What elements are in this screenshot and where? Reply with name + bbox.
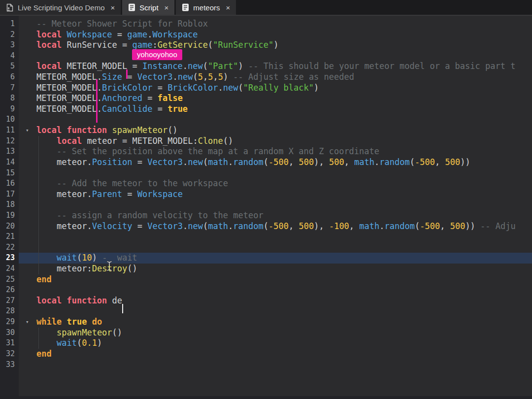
code-line-6[interactable]: 6METEOR_MODEL.Size = Vector3.new(5,5,5) … — [0, 72, 532, 83]
code-line-8[interactable]: 8METEOR_MODEL.Anchored = false — [0, 93, 532, 104]
code-token: "RunService" — [213, 40, 273, 50]
code-line-18[interactable]: 18 — [0, 200, 532, 210]
tab-live-scripting-video-demo[interactable]: Live Scripting Video Demo × — [0, 0, 121, 15]
code-line-1[interactable]: 1-- Meteor Shower Script for Roblox — [0, 19, 532, 30]
code-token: ) — [97, 338, 102, 348]
code-line-4[interactable]: 4 — [0, 51, 532, 62]
code-line-2[interactable]: 2local Workspace = game.Workspace — [0, 30, 532, 40]
fold-column — [19, 114, 36, 125]
code-token: CanCollide — [102, 104, 152, 114]
code-token: ) — [223, 72, 228, 82]
code-token: ( — [203, 61, 208, 71]
code-line-31[interactable]: 31wait(0.1) — [0, 338, 532, 349]
code-token: = — [133, 221, 148, 231]
code-token: wait — [57, 253, 77, 263]
code-token: -- assign a random velocity to the meteo… — [57, 210, 264, 220]
collaborator-name-label: yohooyohoo — [132, 49, 182, 60]
code-line-12[interactable]: 12local meteor = METEOR_MODEL:Clone() — [0, 136, 532, 147]
close-icon[interactable]: × — [165, 3, 169, 12]
code-token: , — [203, 72, 208, 82]
code-line-16[interactable]: 16-- Add the meteor to the workspace — [0, 178, 532, 189]
code-line-3[interactable]: 3local RunService = game:GetService("Run… — [0, 40, 532, 51]
fold-column — [19, 30, 36, 40]
code-line-13[interactable]: 13-- Set the position above the map at a… — [0, 146, 532, 157]
code-text: METEOR_MODEL.Anchored = false — [36, 93, 532, 104]
code-text: wait(10) - wait — [36, 253, 532, 264]
code-line-25[interactable]: 25end — [0, 274, 532, 285]
code-text — [36, 51, 532, 62]
line-number: 9 — [0, 104, 19, 115]
code-text — [36, 232, 532, 242]
code-token: . — [97, 83, 102, 93]
line-number: 29 — [0, 317, 19, 328]
fold-arrow-icon[interactable]: ▾ — [19, 317, 36, 328]
code-line-19[interactable]: 19-- assign a random velocity to the met… — [0, 210, 532, 221]
code-token: )) — [460, 157, 470, 167]
code-token: -500 — [268, 157, 289, 167]
code-token: local — [36, 40, 66, 50]
tab-meteors[interactable]: meteors × — [176, 0, 236, 15]
code-line-30[interactable]: 30spawnMeteor() — [0, 328, 532, 338]
code-line-17[interactable]: 17meteor.Parent = Workspace — [0, 189, 532, 200]
fold-column — [19, 306, 36, 317]
code-line-29[interactable]: 29▾while true do — [0, 317, 532, 328]
code-line-21[interactable]: 21 — [0, 232, 532, 242]
line-number: 28 — [0, 306, 19, 317]
code-token: local function — [36, 296, 112, 305]
code-token: "Part" — [208, 61, 238, 71]
fold-arrow-icon[interactable]: ▾ — [19, 125, 36, 136]
code-token: math — [208, 157, 228, 167]
close-icon[interactable]: × — [226, 3, 231, 12]
script-editor[interactable]: 1-- Meteor Shower Script for Roblox2loca… — [0, 16, 532, 399]
line-number: 5 — [0, 61, 19, 72]
code-line-10[interactable]: 10 — [0, 114, 532, 125]
code-line-5[interactable]: 5local METEOR_MODEL = Instance.new("Part… — [0, 61, 532, 72]
code-token: Destroy — [92, 264, 128, 273]
code-line-28[interactable]: 28 — [0, 306, 532, 317]
horizontal-scrollbar-track[interactable] — [0, 396, 532, 399]
code-token: random — [233, 157, 263, 167]
fold-column — [19, 83, 36, 94]
code-token: , — [289, 221, 299, 231]
close-icon[interactable]: × — [110, 3, 115, 12]
line-number: 16 — [0, 178, 19, 189]
code-line-11[interactable]: 11▾local function spawnMeteor() — [0, 125, 532, 136]
code-line-24[interactable]: 24meteor:Destroy() — [0, 264, 532, 274]
code-line-27[interactable]: 27local function de — [0, 296, 532, 306]
code-token: false — [158, 93, 183, 103]
code-line-26[interactable]: 26 — [0, 285, 532, 296]
code-line-33[interactable]: 33 — [0, 360, 532, 370]
code-text: meteor.Velocity = Vector3.new(math.rando… — [36, 221, 532, 232]
line-number: 17 — [0, 189, 19, 200]
code-text: while true do — [36, 317, 532, 328]
tab-script[interactable]: Script × — [122, 0, 174, 15]
code-line-9[interactable]: 9METEOR_MODEL.CanCollide = true — [0, 104, 532, 115]
code-line-15[interactable]: 15 — [0, 168, 532, 179]
code-token: BrickColor — [167, 83, 218, 93]
code-token: -500 — [268, 221, 289, 231]
code-line-23[interactable]: 23wait(10) - wait — [0, 253, 532, 264]
code-token: -100 — [329, 221, 349, 231]
code-line-32[interactable]: 32end — [0, 349, 532, 360]
indent-guide — [38, 168, 39, 179]
code-token: BrickColor — [102, 83, 152, 93]
code-line-20[interactable]: 20meteor.Velocity = Vector3.new(math.ran… — [0, 221, 532, 232]
code-token: , — [344, 157, 354, 167]
code-token: Position — [92, 157, 133, 167]
code-token: ), — [314, 221, 329, 231]
code-line-14[interactable]: 14meteor.Position = Vector3.new(math.ran… — [0, 157, 532, 168]
code-token: local — [36, 30, 66, 39]
code-token: = — [142, 93, 158, 103]
code-token: - — [97, 253, 107, 263]
code-line-7[interactable]: 7METEOR_MODEL.BrickColor = BrickColor.ne… — [0, 83, 532, 94]
code-token: local — [36, 61, 66, 71]
code-text: meteor:Destroy() — [36, 264, 532, 274]
code-token: -- Adju — [475, 221, 516, 231]
code-token: = — [127, 61, 142, 71]
indent-guide — [38, 328, 39, 338]
line-number: 14 — [0, 157, 19, 168]
code-token: -- This should be your meteor model or a… — [243, 61, 516, 71]
code-token: -- Set the position above the map at a r… — [57, 146, 379, 156]
code-text: end — [36, 349, 532, 360]
code-line-22[interactable]: 22 — [0, 242, 532, 253]
